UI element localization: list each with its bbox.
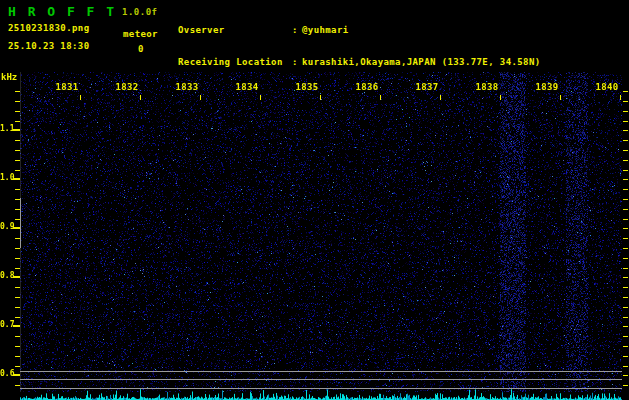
y-minor-tick-left	[15, 140, 20, 141]
y-major-tick	[13, 374, 20, 376]
y-minor-tick-right	[623, 121, 628, 122]
y-tick-label-0.9: 0.9	[0, 222, 13, 231]
x-tick	[200, 95, 201, 100]
meteor-counter-label: meteor	[123, 29, 158, 39]
y-tick-label-0.8: 0.8	[0, 271, 13, 280]
y-tick-label-0.7: 0.7	[0, 320, 13, 329]
y-minor-tick-left	[15, 209, 20, 210]
x-tick-label-1840: 1840	[594, 82, 620, 92]
y-minor-tick-right	[623, 160, 628, 161]
y-minor-tick-left	[15, 238, 20, 239]
y-major-tick	[13, 325, 20, 327]
y-minor-tick-right	[623, 268, 628, 269]
x-tick	[560, 95, 561, 100]
x-tick-label-1838: 1838	[474, 82, 500, 92]
y-axis-unit-label: kHz	[1, 72, 17, 82]
x-tick	[440, 95, 441, 100]
hrofft-window: H R O F F T 1.0.0f 2510231830.png meteor…	[0, 0, 629, 400]
y-minor-tick-right	[623, 209, 628, 210]
x-tick	[500, 95, 501, 100]
y-minor-tick-left	[15, 258, 20, 259]
y-minor-tick-right	[623, 366, 628, 367]
y-minor-tick-left	[15, 366, 20, 367]
y-minor-tick-right	[623, 111, 628, 112]
y-minor-tick-right	[623, 179, 628, 180]
x-tick-label-1837: 1837	[414, 82, 440, 92]
output-filename: 2510231830.png	[8, 23, 89, 33]
y-minor-tick-right	[623, 219, 628, 220]
y-minor-tick-right	[623, 277, 628, 278]
x-tick	[80, 95, 81, 100]
app-version: 1.0.0f	[122, 7, 158, 17]
y-minor-tick-left	[15, 121, 20, 122]
y-minor-tick-right	[623, 238, 628, 239]
y-major-tick	[13, 276, 20, 278]
y-major-tick	[13, 178, 20, 180]
y-minor-tick-right	[623, 189, 628, 190]
y-minor-tick-right	[623, 170, 628, 171]
y-minor-tick-left	[15, 101, 20, 102]
y-minor-tick-left	[15, 268, 20, 269]
y-minor-tick-left	[15, 111, 20, 112]
y-minor-tick-right	[623, 258, 628, 259]
y-minor-tick-right	[623, 336, 628, 337]
y-minor-tick-right	[623, 346, 628, 347]
x-tick	[620, 95, 621, 100]
y-major-tick	[13, 129, 20, 131]
y-minor-tick-left	[15, 346, 20, 347]
info-value: @yuhmari	[302, 24, 349, 36]
y-minor-tick-left	[15, 297, 20, 298]
info-label: Ovserver	[178, 24, 292, 36]
y-minor-tick-left	[15, 150, 20, 151]
y-tick-label-1.1: 1.1	[0, 124, 13, 133]
meteor-counter-value: 0	[138, 44, 144, 54]
info-label: Receiving Location	[178, 56, 292, 68]
observation-datetime: 25.10.23 18:30	[8, 41, 89, 51]
x-tick	[380, 95, 381, 100]
y-minor-tick-left	[15, 160, 20, 161]
x-tick-label-1832: 1832	[114, 82, 140, 92]
info-separator: :	[292, 56, 302, 68]
y-minor-tick-left	[15, 248, 20, 249]
x-tick-label-1831: 1831	[54, 82, 80, 92]
y-minor-tick-right	[623, 101, 628, 102]
y-tick-label-1.0: 1.0	[0, 173, 13, 182]
y-minor-tick-right	[623, 307, 628, 308]
reference-line-middle	[20, 379, 622, 380]
reference-line-upper	[20, 371, 622, 372]
y-minor-tick-left	[15, 219, 20, 220]
y-minor-tick-right	[623, 228, 628, 229]
y-minor-tick-left	[15, 317, 20, 318]
y-minor-tick-left	[15, 287, 20, 288]
y-minor-tick-right	[623, 356, 628, 357]
y-minor-tick-right	[623, 326, 628, 327]
y-minor-tick-left	[15, 170, 20, 171]
y-minor-tick-right	[623, 150, 628, 151]
x-tick	[140, 95, 141, 100]
y-tick-label-0.6: 0.6	[0, 369, 13, 378]
info-separator: :	[292, 24, 302, 36]
info-value: kurashiki,Okayama,JAPAN (133.77E, 34.58N…	[302, 56, 541, 68]
x-tick-label-1834: 1834	[234, 82, 260, 92]
signal-level-meter	[20, 388, 622, 400]
y-minor-tick-right	[623, 385, 628, 386]
y-minor-tick-right	[623, 130, 628, 131]
x-tick-label-1839: 1839	[534, 82, 560, 92]
left-spine-bright-segment	[20, 198, 21, 248]
y-minor-tick-right	[623, 248, 628, 249]
y-minor-tick-left	[15, 336, 20, 337]
spectrogram-noise-area	[20, 72, 622, 392]
x-tick-label-1835: 1835	[294, 82, 320, 92]
x-tick	[320, 95, 321, 100]
y-minor-tick-right	[623, 199, 628, 200]
y-minor-tick-right	[623, 91, 628, 92]
y-major-tick	[13, 227, 20, 229]
y-minor-tick-left	[15, 189, 20, 190]
y-minor-tick-right	[623, 375, 628, 376]
y-minor-tick-left	[15, 307, 20, 308]
y-minor-tick-right	[623, 317, 628, 318]
x-tick-label-1836: 1836	[354, 82, 380, 92]
x-tick	[260, 95, 261, 100]
info-row-observer: Ovserver : @yuhmari	[178, 24, 541, 36]
y-minor-tick-right	[623, 287, 628, 288]
